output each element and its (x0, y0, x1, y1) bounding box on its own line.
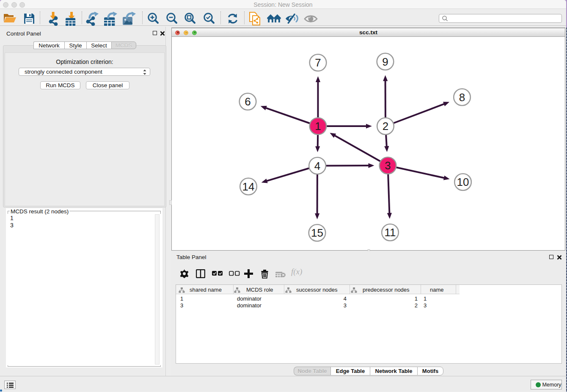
svg-text:8: 8 (459, 91, 465, 104)
svg-text:1: 1 (315, 120, 321, 133)
svg-text:10: 10 (457, 176, 469, 188)
svg-text:15: 15 (311, 226, 323, 239)
svg-text:6: 6 (245, 95, 250, 108)
svg-text:9: 9 (382, 55, 388, 68)
svg-text:11: 11 (385, 226, 396, 239)
svg-text:7: 7 (315, 56, 321, 69)
svg-text:4: 4 (314, 160, 320, 172)
svg-text:14: 14 (242, 180, 255, 193)
svg-text:3: 3 (385, 159, 391, 172)
svg-text:2: 2 (383, 120, 388, 133)
